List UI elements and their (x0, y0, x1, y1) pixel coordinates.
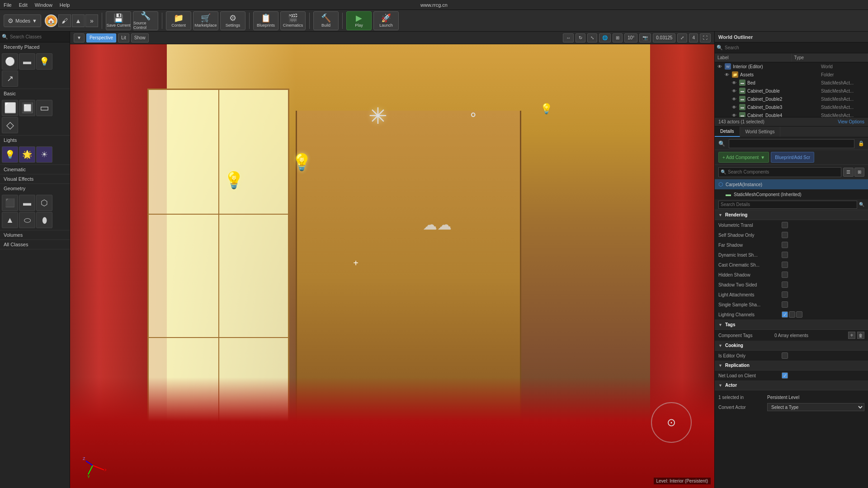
icon-geo-2[interactable]: ▬ (19, 195, 35, 211)
icon-basic-1[interactable]: ⬜ (2, 100, 18, 116)
show-btn[interactable]: Show (131, 33, 149, 42)
tags-section-header[interactable]: ▼ Tags (715, 320, 868, 330)
vp-world-btn[interactable]: 🌐 (599, 33, 611, 42)
icon-bulb[interactable]: 💡 (36, 53, 52, 70)
eye-icon-2[interactable]: 👁 (731, 80, 737, 86)
vp-fullscreen-btn[interactable]: ⛶ (700, 33, 711, 42)
geometry-category[interactable]: Geometry (0, 184, 70, 193)
recently-placed-category[interactable]: Recently Placed (0, 42, 70, 52)
dynamic-inset-checkbox[interactable] (782, 252, 788, 258)
blueprint-button[interactable]: Blueprint/Add Scr (771, 152, 814, 163)
light-gizmo-2[interactable]: 💡 (292, 153, 310, 180)
world-settings-tab[interactable]: World Settings (740, 127, 781, 137)
build-button[interactable]: 🔨 Build (313, 11, 339, 30)
lc-1[interactable] (789, 311, 795, 318)
add-component-button[interactable]: + Add Component ▼ (718, 152, 769, 163)
wo-item-cabinet-double[interactable]: 👁 ▬ Cabinet_Double StaticMeshAct... (715, 87, 868, 95)
single-sample-checkbox[interactable] (782, 301, 788, 308)
component-staticmesh[interactable]: ▬ StaticMeshComponent (Inherited) (715, 189, 868, 199)
editor-only-checkbox[interactable] (782, 352, 788, 359)
icon-geo-1[interactable]: ⬛ (2, 195, 18, 211)
perspective-btn[interactable]: Perspective (86, 33, 116, 42)
icon-geo-6[interactable]: ⬮ (36, 212, 52, 228)
wo-item-interior[interactable]: 👁 W Interior (Editor) World (715, 62, 868, 70)
landscape-icon[interactable]: ▲ (72, 14, 85, 27)
icon-geo-5[interactable]: ⬭ (19, 212, 35, 228)
more-icon[interactable]: » (85, 14, 98, 27)
marketplace-button[interactable]: 🛒 Marketplace (193, 11, 218, 30)
rotation-widget[interactable]: ⊙ (651, 402, 692, 443)
sphere-gizmo[interactable]: ⚬ (468, 108, 478, 122)
component-grid-btn[interactable]: ⊞ (854, 168, 864, 177)
sun-gizmo[interactable]: ✳ (368, 103, 387, 129)
lights-category[interactable]: Lights (0, 136, 70, 145)
carpet-name-input[interactable]: CarpetA (729, 139, 854, 148)
icon-arrow[interactable]: ↗ (2, 70, 18, 87)
launch-button[interactable]: 🚀 Launch (373, 11, 399, 30)
viewport[interactable]: 💡 💡 ✳ ⚬ 💡 ☁☁ ⊙ (70, 44, 714, 488)
hidden-shadow-checkbox[interactable] (782, 272, 788, 278)
wo-item-cabinet-double4[interactable]: 👁 ▬ Cabinet_Double4 StaticMeshAct... (715, 111, 868, 117)
eye-icon-6[interactable]: 👁 (731, 112, 737, 117)
settings-button[interactable]: ⚙ Settings (220, 11, 245, 30)
cinematics-button[interactable]: 🎬 Cinematics (280, 11, 306, 30)
vp-speed-btn[interactable]: 4 (689, 33, 698, 42)
tags-add-button[interactable]: + (848, 332, 855, 339)
icon-light-2[interactable]: 🌟 (19, 146, 35, 163)
eye-icon-0[interactable]: 👁 (717, 63, 723, 70)
basic-category[interactable]: Basic (0, 89, 70, 98)
lc-2[interactable] (796, 311, 802, 318)
actor-type-select[interactable]: Select a Type (767, 403, 864, 411)
vp-rotate-btn[interactable]: ↻ (576, 33, 585, 42)
details-tab[interactable]: Details (715, 127, 740, 137)
light-attach-checkbox[interactable] (782, 291, 788, 298)
wo-search-input[interactable] (725, 45, 866, 50)
icon-basic-2[interactable]: 🔲 (19, 100, 35, 116)
menu-help[interactable]: Help (60, 2, 70, 8)
icon-sphere[interactable]: ⚪ (2, 53, 18, 70)
modes-button[interactable]: ⚙ Modes ▼ (4, 14, 41, 27)
menu-file[interactable]: File (4, 2, 12, 8)
light-gizmo-1[interactable]: 💡 (224, 171, 242, 198)
menu-window[interactable]: Window (35, 2, 52, 8)
eye-icon-5[interactable]: 👁 (731, 104, 737, 110)
tags-remove-button[interactable]: 🗑 (857, 332, 864, 339)
eye-icon-3[interactable]: 👁 (731, 88, 737, 94)
content-button[interactable]: 📁 Content (166, 11, 191, 30)
component-carpet-instance[interactable]: ⬡ CarpetA(Instance) (715, 179, 868, 189)
visual-effects-category[interactable]: Visual Effects (0, 174, 70, 183)
search-classes-input[interactable] (10, 34, 68, 39)
light-gizmo-3[interactable]: 💡 (540, 103, 552, 115)
blueprints-button[interactable]: 📋 Blueprints (253, 11, 278, 30)
vp-maximize-btn[interactable]: ⤢ (677, 33, 687, 42)
search-details-input[interactable] (718, 201, 857, 209)
all-classes-category[interactable]: All Classes (0, 240, 70, 249)
menu-edit[interactable]: Edit (19, 2, 28, 8)
icon-basic-4[interactable]: ◇ (2, 117, 18, 133)
cinematic-category[interactable]: Cinematic (0, 165, 70, 174)
viewport-mode-btn[interactable]: ▼ (74, 33, 85, 42)
carpet-lock-icon[interactable]: 🔒 (858, 141, 864, 146)
lit-btn[interactable]: Lit (118, 33, 129, 42)
eye-icon-4[interactable]: 👁 (731, 96, 737, 102)
vp-grid-size-btn[interactable]: 10° (624, 33, 637, 42)
net-load-checkbox[interactable]: ✓ (782, 372, 788, 379)
volumes-category[interactable]: Volumes (0, 230, 70, 239)
replication-section-header[interactable]: ▼ Replication (715, 361, 868, 371)
lc-0[interactable]: ✓ (782, 311, 788, 318)
far-shadow-checkbox[interactable] (782, 242, 788, 248)
search-components-input[interactable] (728, 169, 839, 174)
eye-icon-1[interactable]: 👁 (724, 71, 730, 78)
vp-scale-btn[interactable]: ⤡ (587, 33, 597, 42)
shadow-two-sided-checkbox[interactable] (782, 282, 788, 288)
wo-item-cabinet-double3[interactable]: 👁 ▬ Cabinet_Double3 StaticMeshAct... (715, 103, 868, 111)
icon-geo-3[interactable]: ⬡ (36, 195, 52, 211)
play-button[interactable]: ▶ Play (346, 11, 372, 30)
save-current-button[interactable]: 💾 Save Current (106, 11, 131, 30)
icon-light-1[interactable]: 💡 (2, 146, 18, 163)
cast-cinematic-checkbox[interactable] (782, 262, 788, 268)
self-shadow-checkbox[interactable] (782, 232, 788, 238)
source-control-button[interactable]: 🔧 Source Control (133, 11, 158, 30)
vp-scale-value-btn[interactable]: 0.03125 (653, 33, 675, 42)
particle-gizmo[interactable]: ☁☁ (423, 216, 452, 233)
